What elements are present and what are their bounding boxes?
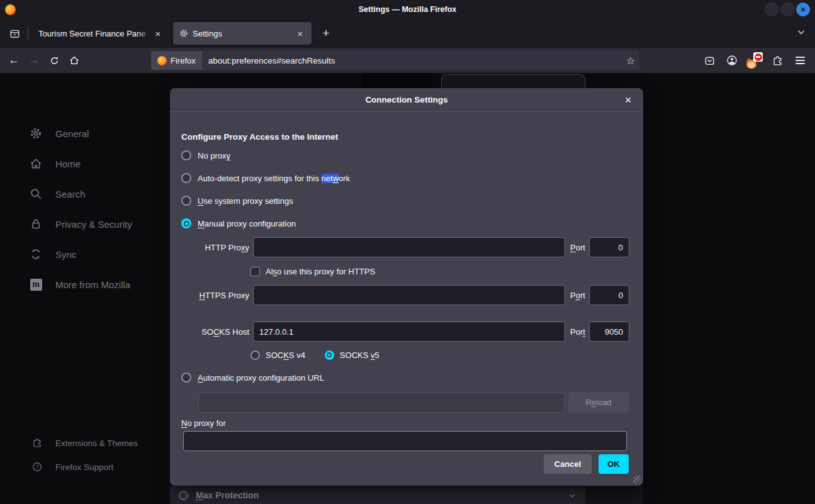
settings-sidebar: General Home Searc [0,73,169,504]
url-bar[interactable]: Firefox about:preferences#searchResults … [151,51,639,70]
radio-auto-detect[interactable] [181,173,191,183]
window-controls: × [765,3,810,16]
option-auto-config-url[interactable]: Automatic proxy configuration URL [181,366,632,389]
sidebar-label: Home [55,159,81,169]
svg-text:?: ? [36,464,39,470]
account-icon[interactable] [722,51,742,70]
dialog-header: Connection Settings × [170,88,643,112]
site-identity-chip[interactable]: Firefox [151,51,202,70]
sidebar-item-general[interactable]: General [0,118,169,148]
navigation-toolbar: ← → Firefox about:preferences#searchResu… [0,48,815,73]
tab-close-icon[interactable]: × [152,27,164,40]
sidebar-label: Search [55,189,86,199]
option-manual-proxy[interactable]: Manual proxy configuration [181,212,632,235]
firefox-view-icon[interactable] [4,23,25,44]
gear-icon [29,127,43,140]
option-label: Manual proxy configuration [198,219,296,228]
radio-max-protection[interactable] [179,491,188,500]
socks-host-row: SOCKS Host Port [181,322,632,342]
sidebar-item-more-from-mozilla[interactable]: m More from Mozilla [0,269,169,300]
close-window-button[interactable]: × [796,3,810,16]
sidebar-label: More from Mozilla [55,279,130,290]
sync-icon [29,248,43,260]
menu-hamburger-icon[interactable] [790,51,810,70]
dialog-resize-grip[interactable] [633,476,641,484]
radio-auto-config-url[interactable] [181,372,191,383]
toolbar-right-icons [699,51,810,70]
radio-use-system-proxy[interactable] [181,196,191,206]
https-port-label: Port [570,291,585,300]
socks-v5-label: SOCKS v5 [340,350,379,360]
maximize-button[interactable] [780,3,794,16]
radio-socks-v5-selected[interactable] [325,350,334,360]
option-label: Automatic proxy configuration URL [198,373,324,383]
connection-settings-dialog: Connection Settings × Configure Proxy Ac… [170,88,643,486]
minimize-button[interactable] [765,3,778,16]
http-proxy-input[interactable] [253,237,565,257]
tab-list-chevron-down-icon[interactable] [796,27,806,37]
no-proxy-for-textarea[interactable] [183,431,627,451]
window-title: Settings — Mozilla Firefox [0,0,815,19]
sidebar-label: Extensions & Themes [55,439,138,448]
tab-bar: Tourism Secret Finance Pane × Settings ×… [0,19,815,48]
sidebar-item-search[interactable]: Search [0,179,169,209]
pocket-icon[interactable] [699,51,719,70]
also-https-label: Also use this proxy for HTTPS [266,267,375,276]
search-highlight: netw [322,174,339,183]
page-content-dimmed: General Home Searc [0,73,815,504]
tab-separator [28,26,28,40]
https-proxy-row: HTTPS Proxy Port [181,285,632,305]
option-use-system-proxy[interactable]: Use system proxy settings [181,189,632,212]
url-text[interactable]: about:preferences#searchResults [208,56,622,65]
auto-config-url-input [198,392,565,413]
sidebar-item-privacy-security[interactable]: Privacy & Security [0,209,169,239]
puzzle-icon [30,438,44,448]
reload-icon[interactable] [44,51,64,70]
https-proxy-input[interactable] [253,285,565,305]
radio-socks-v4[interactable] [250,350,260,360]
radio-manual-proxy-selected[interactable] [181,218,191,228]
also-https-row[interactable]: Also use this proxy for HTTPS [250,264,632,278]
chevron-down-icon[interactable] [568,491,576,500]
tab-label: Tourism Secret Finance Pane [38,29,152,38]
option-label: No proxy [198,151,230,160]
new-tab-button[interactable]: + [317,24,335,43]
home-icon[interactable] [64,51,84,70]
sidebar-label: Firefox Support [55,462,113,472]
gear-icon [179,29,188,38]
background-search-box-fragment [362,73,431,88]
reload-button: Reload [568,392,629,413]
background-search-box-fragment [441,74,585,88]
tab-close-icon[interactable]: × [294,27,306,40]
http-port-input[interactable] [589,237,629,257]
dialog-title: Connection Settings [170,88,643,112]
extensions-puzzle-icon[interactable] [767,51,787,70]
ok-button[interactable]: OK [599,454,629,474]
https-port-input[interactable] [589,285,629,305]
dialog-close-icon[interactable]: × [621,92,636,108]
back-icon[interactable]: ← [4,51,24,70]
home-icon [29,157,43,170]
socks-host-input[interactable] [253,322,565,342]
also-https-checkbox[interactable] [250,267,260,276]
sidebar-item-firefox-support[interactable]: ? Firefox Support [0,455,169,479]
max-protection-option-row[interactable]: Max Protection [170,486,585,504]
option-no-proxy[interactable]: No proxy [181,144,632,167]
question-circle-icon: ? [30,462,44,472]
sidebar-label: Sync [55,249,76,260]
cancel-button[interactable]: Cancel [544,454,592,474]
proxy-extension-icon[interactable] [745,51,765,70]
socks-port-input[interactable] [589,322,629,342]
radio-no-proxy[interactable] [181,150,191,160]
sidebar-item-extensions-themes[interactable]: Extensions & Themes [0,431,169,455]
sidebar-item-sync[interactable]: Sync [0,239,169,269]
option-auto-detect[interactable]: Auto-detect proxy settings for this netw… [181,167,632,189]
tab-settings[interactable]: Settings × [173,22,312,45]
sidebar-item-home[interactable]: Home [0,148,169,179]
http-proxy-row: HTTP Proxy Port [181,237,632,257]
sidebar-label: General [55,128,89,139]
search-icon [29,188,43,200]
bookmark-star-icon[interactable]: ☆ [622,52,639,69]
tab-label: Settings [193,29,294,38]
tab-tourism-secret-finance-panel[interactable]: Tourism Secret Finance Pane × [32,22,169,45]
